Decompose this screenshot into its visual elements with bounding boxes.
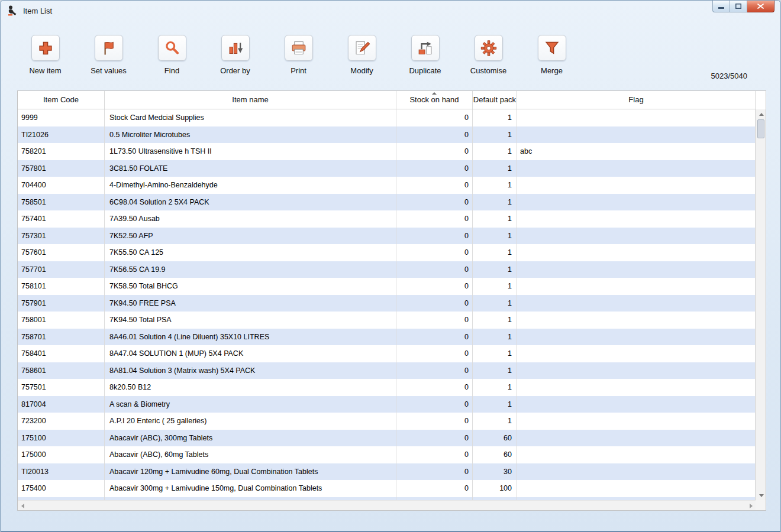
cell-pack: 1 [473, 210, 517, 228]
maximize-button[interactable] [730, 0, 747, 12]
toolbar-button-label: Print [291, 66, 306, 75]
cell-name: 7K94.50 Total PSA [105, 312, 396, 329]
cell-stock: 0 [396, 362, 473, 379]
titlebar[interactable]: Item List [1, 1, 780, 22]
table-row[interactable]: 7044004-Dimethyl-Amino-Benzaldehyde01 [18, 177, 756, 194]
column-header-default-pack[interactable]: Default pack [473, 91, 517, 109]
cell-flag [517, 329, 756, 346]
toolbar-button-set-values[interactable]: Set values [77, 35, 140, 85]
table-row[interactable]: 7576017K55.50 CA 12501 [18, 244, 756, 261]
cell-name: 6C98.04 Solution 2 5X4 PACK [105, 194, 396, 211]
close-button[interactable] [747, 0, 774, 12]
column-header-item-name[interactable]: Item name [105, 91, 396, 109]
printer-icon[interactable] [285, 35, 313, 61]
window-controls [712, 0, 774, 12]
cell-name: Stock Card Medcial Supplies [105, 109, 396, 126]
sort-bars-icon[interactable] [221, 35, 250, 61]
cell-pack: 1 [473, 379, 517, 396]
cell-flag [517, 160, 756, 177]
column-header-item-code[interactable]: Item Code [18, 91, 105, 109]
cell-stock: 0 [396, 143, 473, 160]
cell-name: 7K58.50 Total BHCG [105, 278, 396, 295]
vertical-scrollbar-thumb[interactable] [757, 119, 764, 138]
table-row[interactable]: 7579017K94.50 FREE PSA01 [18, 295, 756, 312]
pencil-document-icon[interactable] [348, 35, 376, 61]
table-row[interactable]: 175000Abacavir (ABC), 60mg Tablets060 [18, 446, 756, 463]
cell-stock: 0 [396, 160, 473, 177]
table-row[interactable]: 7575018k20.50 B1201 [18, 379, 756, 396]
scroll-left-icon[interactable] [18, 501, 27, 511]
cell-stock: 0 [396, 244, 473, 261]
table-row[interactable]: TI210260.5 Microliter Microtubes01 [18, 126, 756, 144]
scroll-up-icon[interactable] [756, 109, 766, 119]
table-row[interactable]: 7574017A39.50 Ausab01 [18, 210, 756, 228]
cell-flag [517, 413, 756, 430]
minimize-button[interactable] [712, 0, 730, 12]
scroll-down-icon[interactable] [756, 491, 766, 500]
cell-flag [517, 396, 756, 413]
horizontal-scrollbar[interactable] [18, 500, 756, 510]
table-row[interactable]: 9999Stock Card Medcial Supplies01 [18, 109, 756, 126]
table-row[interactable]: 7584018A47.04 SOLUTION 1 (MUP) 5X4 PACK0… [18, 345, 756, 362]
cell-flag [517, 430, 756, 447]
table-body: 9999Stock Card Medcial Supplies01TI21026… [18, 109, 756, 500]
toolbar-button-find[interactable]: Find [140, 35, 204, 85]
toolbar-button-duplicate[interactable]: Duplicate [393, 35, 457, 85]
magnifier-icon[interactable] [158, 35, 186, 61]
item-table: Item CodeItem nameStock on handDefault p… [17, 90, 766, 511]
cell-flag [517, 362, 756, 379]
toolbar-button-customise[interactable]: Customise [457, 35, 520, 85]
toolbar-button-label: Duplicate [409, 66, 441, 75]
flag-icon[interactable] [95, 35, 123, 61]
table-row[interactable]: 175400Abacavir 300mg + Lamivudine 150mg,… [18, 480, 756, 497]
cell-stock: 0 [396, 228, 473, 245]
toolbar-button-modify[interactable]: Modify [330, 35, 393, 85]
app-icon [7, 5, 18, 17]
table-row[interactable]: 817004A scan & Biometry01 [18, 396, 756, 413]
toolbar-button-label: Find [164, 66, 179, 75]
table-row[interactable]: 7578013C81.50 FOLATE01 [18, 160, 756, 177]
table-row[interactable]: 7581017K58.50 Total BHCG01 [18, 278, 756, 295]
sort-ascending-icon [432, 92, 437, 95]
column-header-stock-on-hand[interactable]: Stock on hand [396, 91, 473, 109]
scroll-right-icon[interactable] [746, 501, 756, 511]
toolbar-button-label: New item [29, 66, 61, 75]
table-row[interactable]: 7573017K52.50 AFP01 [18, 228, 756, 245]
table-row[interactable]: 7577017K56.55 CA 19.901 [18, 261, 756, 278]
gear-icon[interactable] [475, 35, 503, 61]
plus-icon[interactable] [31, 35, 60, 61]
column-header-label: Stock on hand [409, 96, 459, 104]
table-row[interactable]: 7587018A46.01 Solution 4 (Line Diluent) … [18, 329, 756, 346]
cell-code: 757601 [18, 244, 105, 261]
table-row[interactable]: 7582011L73.50 Ultrasensitive h TSH II01a… [18, 143, 756, 160]
cell-flag [517, 312, 756, 329]
cell-pack: 1 [473, 362, 517, 379]
toolbar-button-new-item[interactable]: New item [14, 35, 77, 85]
column-header-flag[interactable]: Flag [517, 91, 756, 109]
cell-pack: 1 [473, 143, 517, 160]
toolbar-button-label: Set values [91, 66, 127, 75]
column-header-label: Default pack [473, 96, 516, 104]
cell-stock: 0 [396, 194, 473, 211]
cell-code: 723200 [18, 413, 105, 430]
table-row[interactable]: 175100Abacavir (ABC), 300mg Tablets060 [18, 430, 756, 447]
table-row[interactable]: TI20013Abacavir 120mg + Lamivudine 60mg,… [18, 463, 756, 481]
cell-code: 757401 [18, 210, 105, 228]
cell-name: Abacavir (ABC), 300mg Tablets [105, 430, 396, 447]
cell-pack: 1 [473, 160, 517, 177]
toolbar-button-print[interactable]: Print [267, 35, 330, 85]
funnel-icon[interactable] [538, 35, 566, 61]
cell-code: 175100 [18, 430, 105, 447]
cell-flag [517, 228, 756, 245]
cell-stock: 0 [396, 329, 473, 346]
table-row[interactable]: 7586018A81.04 Solution 3 (Matrix wash) 5… [18, 362, 756, 379]
toolbar-button-merge[interactable]: Merge [520, 35, 583, 85]
table-row[interactable]: 7585016C98.04 Solution 2 5X4 PACK01 [18, 194, 756, 211]
cell-pack: 1 [473, 109, 517, 126]
vertical-scrollbar[interactable] [756, 109, 766, 500]
duplicate-arrow-icon[interactable] [411, 35, 440, 61]
cell-name: 4-Dimethyl-Amino-Benzaldehyde [105, 177, 396, 194]
table-row[interactable]: 723200A.P.I 20 Enteric ( 25 galleries)01 [18, 413, 756, 430]
table-row[interactable]: 7580017K94.50 Total PSA01 [18, 312, 756, 329]
toolbar-button-order-by[interactable]: Order by [204, 35, 267, 85]
